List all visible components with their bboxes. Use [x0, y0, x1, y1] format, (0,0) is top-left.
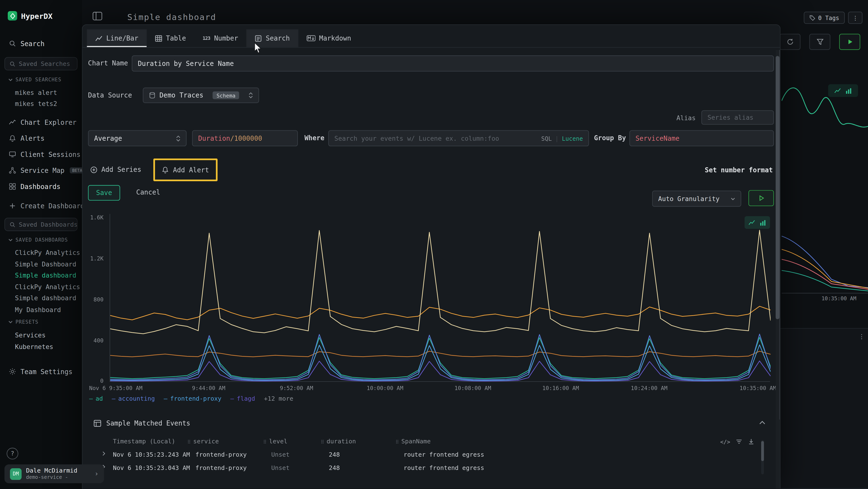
sidebar-item-chart-explorer[interactable]: Chart Explorer: [0, 117, 82, 127]
lucene-toggle[interactable]: Lucene: [562, 135, 583, 142]
x-tick: 10:00:00 AM: [367, 385, 403, 391]
line-chart-icon: [95, 34, 102, 42]
saved-dashboard-item-active[interactable]: Simple dashboard: [0, 271, 82, 281]
modal-scrollbar-thumb[interactable]: [776, 56, 779, 319]
saved-search-item[interactable]: mikes alert: [0, 88, 82, 97]
group-by-input[interactable]: ServiceName: [629, 130, 774, 146]
panel-menu-icon[interactable]: ⋮: [859, 333, 865, 340]
filter-rows-icon[interactable]: [736, 438, 742, 445]
where-input[interactable]: Search your events w/ Lucene ex. column:…: [328, 130, 589, 146]
search-icon: [9, 61, 16, 67]
sidebar-toggle-icon[interactable]: [92, 11, 102, 21]
set-number-format-button[interactable]: Set number format: [705, 162, 773, 178]
sidebar-item-client-sessions[interactable]: Client Sessions: [0, 149, 82, 160]
tab-table[interactable]: Table: [147, 29, 194, 47]
saved-searches-section-header[interactable]: SAVED SEARCHES: [0, 77, 61, 83]
run-query-button[interactable]: [839, 34, 860, 50]
list-search-icon: [255, 34, 262, 42]
tab-line-bar[interactable]: Line/Bar: [87, 29, 146, 47]
legend-item[interactable]: —frontend-proxy: [164, 395, 222, 402]
aggregation-select[interactable]: Average: [88, 130, 187, 146]
column-header[interactable]: service: [188, 438, 219, 445]
chart-name-input[interactable]: Duration by Service Name: [132, 56, 774, 72]
database-icon: [149, 92, 156, 99]
play-icon: [758, 195, 764, 201]
line-chart[interactable]: [110, 214, 770, 382]
tab-search[interactable]: Search: [246, 29, 298, 47]
plus-icon: [9, 202, 16, 209]
legend-more[interactable]: +12 more: [264, 395, 293, 402]
gear-icon: [9, 368, 16, 375]
bell-icon: [162, 166, 169, 174]
tags-button[interactable]: 0 Tags: [804, 11, 845, 24]
cell-timestamp: Nov 6 10:35:23.043 AM: [113, 464, 190, 471]
avatar: DM: [10, 468, 22, 480]
alias-input[interactable]: Series alias: [702, 110, 774, 125]
data-source-select[interactable]: Demo Traces Schema: [143, 88, 259, 103]
saved-search-item[interactable]: mikes tets2: [0, 99, 82, 109]
add-series-button[interactable]: Add Series: [90, 166, 141, 173]
x-tick: 10:08:00 AM: [455, 385, 491, 391]
preset-item-services[interactable]: Services: [0, 331, 82, 340]
saved-dashboards-search-input[interactable]: Saved Dashboards: [4, 218, 78, 231]
column-header[interactable]: level: [264, 438, 287, 445]
preset-item-kubernetes[interactable]: Kubernetes: [0, 343, 82, 352]
refresh-button[interactable]: [779, 34, 801, 50]
presets-section-header[interactable]: PRESETS: [0, 319, 38, 325]
service-map-icon: [9, 167, 16, 174]
table-row[interactable]: Nov 6 10:35:23.243 AM frontend-proxy Uns…: [83, 451, 769, 463]
saved-searches-search-input[interactable]: Saved Searches: [4, 57, 78, 70]
more-options-button[interactable]: ⋮: [848, 11, 863, 24]
table-row[interactable]: Nov 6 10:35:23.043 AM frontend-proxy Uns…: [83, 464, 769, 472]
sidebar-item-service-map[interactable]: Service Map BETA: [0, 165, 82, 176]
cancel-button[interactable]: Cancel: [136, 189, 160, 196]
legend-item[interactable]: —ad: [89, 395, 103, 402]
dashboards-icon: [9, 183, 16, 190]
column-header[interactable]: SpanName: [396, 438, 431, 445]
saved-dashboard-item[interactable]: ClickPy Analytics: [0, 248, 82, 258]
collapse-events-button[interactable]: [759, 421, 768, 430]
cell-service: frontend-proxy: [195, 464, 247, 471]
column-header[interactable]: Timestamp (Local): [113, 438, 175, 445]
y-axis: 1.6K 1.2K 800 400 0: [83, 214, 107, 382]
sidebar-item-alerts[interactable]: Alerts: [0, 133, 82, 144]
sidebar-item-dashboards[interactable]: Dashboards: [0, 181, 82, 192]
add-alert-highlight-box: Add Alert: [153, 159, 217, 181]
saved-dashboard-item[interactable]: Simple Dashboard: [0, 260, 82, 269]
tab-markdown[interactable]: Markdown: [298, 29, 359, 47]
y-tick: 0: [100, 378, 103, 384]
hyperdx-logo-icon: [8, 11, 17, 21]
legend-item[interactable]: —flagd: [230, 395, 255, 402]
tab-number[interactable]: 123 Number: [194, 29, 246, 47]
x-tick: 9:52:00 AM: [280, 385, 313, 391]
legend-item[interactable]: —accounting: [112, 395, 155, 402]
filter-button[interactable]: [809, 34, 830, 50]
granularity-select[interactable]: Auto Granularity: [652, 191, 741, 207]
code-view-icon[interactable]: </>: [720, 438, 730, 444]
field-expression-input[interactable]: Duration/1000000: [192, 130, 298, 146]
add-alert-button[interactable]: Add Alert: [162, 166, 209, 174]
column-header[interactable]: duration: [321, 438, 356, 445]
download-icon[interactable]: [748, 438, 755, 445]
search-icon: [9, 40, 16, 47]
grip-icon: [188, 438, 190, 444]
saved-dashboard-item[interactable]: Simple dashboard: [0, 294, 82, 303]
create-dashboard-button[interactable]: Create Dashboard: [0, 201, 82, 211]
user-menu[interactable]: DM Dale McDiarmid demo-service - ›: [4, 464, 104, 483]
save-button[interactable]: Save: [88, 185, 120, 201]
expand-row-icon[interactable]: [102, 451, 105, 456]
chart-editor-modal: Line/Bar Table 123 Number Search Markdow…: [82, 24, 780, 489]
saved-dashboard-item[interactable]: ClickPy Analytics: [0, 283, 82, 292]
grip-icon: [321, 438, 324, 444]
table-scrollbar[interactable]: [761, 440, 764, 474]
run-chart-button[interactable]: [748, 190, 774, 206]
sidebar-item-search[interactable]: Search: [0, 38, 82, 49]
brand[interactable]: HyperDX: [8, 11, 53, 21]
sidebar-item-team-settings[interactable]: Team Settings: [0, 366, 82, 377]
saved-dashboards-section-header[interactable]: SAVED DASHBOARDS: [0, 237, 68, 243]
sql-toggle[interactable]: SQL: [541, 135, 552, 142]
saved-dashboard-item[interactable]: My Dashboard: [0, 305, 82, 315]
bg-chart-top-fragment: [782, 78, 868, 144]
help-button[interactable]: ?: [7, 448, 18, 459]
bell-icon: [9, 135, 16, 142]
